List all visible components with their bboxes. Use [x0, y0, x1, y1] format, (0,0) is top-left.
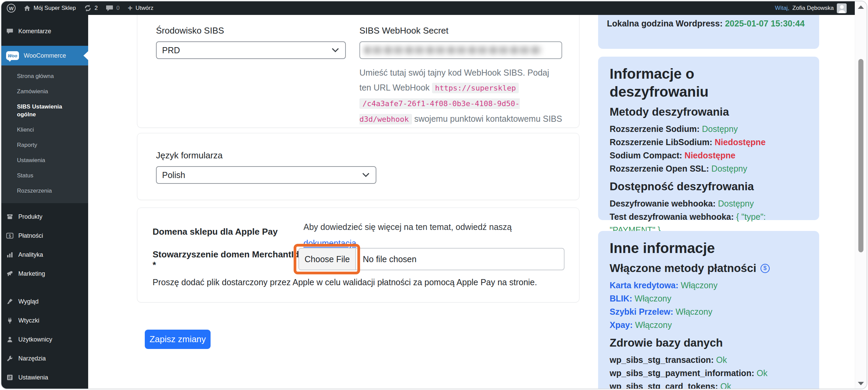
payment-method-row: Xpay: Włączony	[610, 318, 808, 332]
submenu-item-sibs-settings[interactable]: SIBS Ustawienia ogólne	[1, 99, 77, 122]
language-label: Język formularza	[156, 150, 560, 161]
required-asterisk: *	[153, 260, 156, 270]
sidebar-item-products[interactable]: Produkty	[1, 207, 88, 226]
sidebar-item-label: Ustawienia	[18, 374, 48, 381]
webhook-secret-masked-value	[364, 46, 542, 54]
tools-wrench-icon	[6, 355, 14, 362]
other-info-title: Inne informacje	[610, 239, 808, 257]
db-table-row: wp_sibs_stg_card_tokens: Ok	[610, 380, 808, 389]
settings-sliders-icon	[6, 374, 14, 381]
submenu-item-reports[interactable]: Raporty	[1, 138, 88, 153]
comments-icon	[6, 28, 14, 35]
active-menu-arrow-icon	[83, 51, 88, 60]
other-info-panel: Inne informacje Włączone metody płatnośc…	[598, 231, 819, 389]
avatar[interactable]	[837, 3, 847, 13]
submenu-item-extensions[interactable]: Rozszerzenia	[1, 183, 88, 199]
submenu-item-home[interactable]: Strona główna	[1, 69, 88, 84]
save-changes-button[interactable]: Zapisz zmiany	[145, 330, 211, 349]
submenu-item-customers[interactable]: Klienci	[1, 122, 88, 138]
sidebar-item-settings[interactable]: Ustawienia	[1, 368, 88, 387]
comments-menu[interactable]: 0	[106, 4, 119, 12]
woocommerce-icon: Woo	[6, 51, 19, 60]
sidebar-item-appearance[interactable]: Wygląd	[1, 292, 88, 311]
account-menu[interactable]: Witaj, Zofia Dębowska	[775, 3, 847, 13]
decryption-methods-title: Metody deszyfrowania	[610, 105, 808, 119]
db-table-row: wp_sibs_stg_payment_information: Ok	[610, 367, 808, 380]
sidebar-item-woocommerce[interactable]: Woo WooCommerce	[1, 46, 88, 65]
wordpress-logo-menu[interactable]: W	[7, 4, 16, 13]
sidebar-item-analytics[interactable]: Analityka	[1, 245, 88, 264]
merchantid-association-label: Stowarzyszenie domen MerchantId *	[153, 249, 300, 270]
sidebar-item-label: Marketing	[18, 270, 45, 277]
decryption-info-panel: Informacje o deszyfrowaniu Metody deszyf…	[598, 57, 819, 220]
sidebar-item-tools[interactable]: Narzędzia	[1, 349, 88, 368]
scroll-down-arrow-icon[interactable]	[858, 382, 864, 385]
comment-bubble-icon	[106, 4, 113, 12]
sidebar-item-comments[interactable]: Komentarze	[1, 21, 88, 41]
scroll-up-arrow-icon[interactable]	[858, 5, 864, 9]
scrollbar-thumb[interactable]	[859, 59, 864, 252]
submenu-item-orders[interactable]: Zamówienia	[1, 84, 88, 99]
decryption-panel-title: Informacje o deszyfrowaniu	[610, 65, 772, 101]
environment-label: Środowisko SIBS	[156, 25, 346, 36]
updates-menu[interactable]: 2	[84, 4, 98, 12]
status-row: Rozszerzenie Sodium: Dostępny	[610, 122, 808, 136]
site-name: Mój Super Sklep	[34, 5, 76, 12]
apple-pay-help: Aby dowiedzieć się więcej na ten temat, …	[303, 219, 520, 251]
language-selected-value: Polish	[162, 170, 185, 180]
sidebar-item-label: Narzędzia	[18, 355, 46, 362]
sidebar-item-payments[interactable]: $ Płatności	[1, 226, 88, 245]
status-row: Rozszerzenie LibSodium: Niedostępne	[610, 136, 808, 149]
sidebar-item-label: Wygląd	[18, 298, 39, 305]
sidebar-item-label: Użytkownicy	[18, 336, 52, 343]
products-icon	[6, 213, 14, 220]
submenu-item-settings[interactable]: Ustawienia	[1, 153, 88, 168]
status-row: Deszyfrowanie webhooka: Dostępny	[610, 197, 808, 210]
sidebar-item-label: Produkty	[18, 213, 42, 220]
sidebar-item-users[interactable]: Użytkownicy	[1, 330, 88, 349]
merchantid-file-input[interactable]: Choose File No file chosen	[298, 248, 565, 270]
browser-window: W Mój Super Sklep 2	[1, 1, 867, 389]
webhook-help-text: Umieść tutaj swój tajny kod WebHook SIBS…	[359, 65, 562, 127]
new-content-menu[interactable]: + Utwórz	[128, 4, 154, 12]
analytics-icon	[6, 251, 14, 258]
settings-page-content: Środowisko SIBS PRD SIBS WebHook Secret …	[88, 15, 855, 389]
no-file-chosen-text: No file chosen	[356, 249, 416, 270]
wp-admin-bar: W Mój Super Sklep 2	[1, 1, 855, 15]
payment-method-row: Szybki Przelew: Włączony	[610, 305, 808, 318]
sibs-environment-card: Środowisko SIBS PRD SIBS WebHook Secret …	[137, 15, 579, 128]
local-time-row: Lokalna godzina Wordpress: 2025-01-07 15…	[607, 17, 810, 30]
user-name: Zofia Dębowska	[792, 5, 834, 12]
submenu-item-status[interactable]: Status	[1, 168, 88, 183]
wordpress-logo-icon: W	[7, 4, 16, 13]
choose-file-button[interactable]: Choose File	[299, 249, 356, 270]
status-row: Rozszerzenie Open SSL: Dostępny	[610, 162, 808, 175]
chevron-down-icon	[332, 48, 339, 53]
language-select[interactable]: Polish	[156, 166, 376, 184]
environment-selected-value: PRD	[162, 45, 180, 55]
appearance-brush-icon	[6, 298, 14, 305]
users-icon	[6, 336, 14, 343]
svg-text:$: $	[9, 234, 11, 238]
sidebar-item-plugins[interactable]: Wtyczki	[1, 311, 88, 330]
dollar-circle-icon[interactable]: $	[761, 264, 770, 273]
sidebar-item-marketing[interactable]: Marketing	[1, 264, 88, 283]
home-icon	[24, 5, 31, 12]
site-name-link[interactable]: Mój Super Sklep	[24, 5, 76, 12]
woocommerce-submenu: Strona główna Zamówienia SIBS Ustawienia…	[1, 65, 88, 203]
sidebar-item-label: WooCommerce	[24, 52, 66, 59]
enabled-payments-title: Włączone metody płatności $	[610, 261, 808, 275]
documentation-link[interactable]: dokumentacja	[303, 238, 356, 248]
plus-icon: +	[128, 4, 133, 12]
environment-select[interactable]: PRD	[156, 41, 346, 59]
sidebar-item-label: Komentarze	[18, 28, 51, 35]
local-time-label: Lokalna godzina Wordpress:	[607, 19, 723, 28]
webhook-secret-input[interactable]	[359, 41, 562, 59]
payment-method-row: Karta kredytowa: Włączony	[610, 279, 808, 292]
browser-scrollbar[interactable]	[855, 1, 867, 389]
webhook-secret-label: SIBS WebHook Secret	[359, 25, 562, 36]
apple-pay-file-help: Proszę dodać plik dostarczony przez Appl…	[153, 277, 570, 287]
apple-pay-domain-label: Domena sklepu dla Apple Pay	[153, 227, 298, 237]
sidebar-item-label: Wtyczki	[18, 317, 39, 324]
local-time-value: 2025-01-07 15:30:44	[725, 19, 805, 28]
